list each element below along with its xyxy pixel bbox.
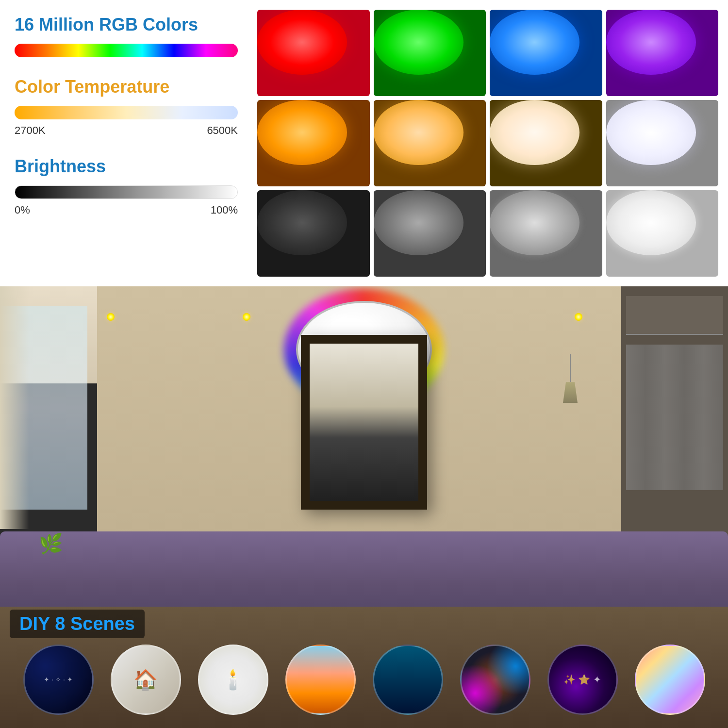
scene-abstract <box>635 645 705 715</box>
room-photo-section: 🌿 DIY 8 Scenes 🏠 🕯️ ✨ ⭐ ✦ <box>0 286 728 728</box>
light-cell-warm-amber <box>374 100 486 186</box>
closet-hanging-clothes <box>626 345 723 490</box>
color-temp-bar <box>15 106 238 119</box>
temp-max-label: 6500K <box>207 124 238 137</box>
wall-artwork <box>301 335 427 510</box>
light-cell-red <box>257 10 370 96</box>
light-cell-blue <box>490 10 602 96</box>
light-cell-medium <box>490 190 602 277</box>
temp-min-label: 2700K <box>15 124 46 137</box>
light-cell-dim-1 <box>257 190 370 277</box>
scene-night-sky <box>23 645 94 715</box>
brightness-title: Brightness <box>15 156 238 177</box>
scene-candles: 🕯️ <box>198 645 268 715</box>
scene-sunset <box>285 645 356 715</box>
left-panel: 16 Million RGB Colors Color Temperature … <box>0 0 252 286</box>
light-cell-neutral-white <box>490 100 602 186</box>
plant: 🌿 <box>39 534 58 573</box>
light-cell-dim-2 <box>374 190 486 277</box>
color-temp-title: Color Temperature <box>15 77 238 97</box>
light-cell-cool-white <box>606 100 719 186</box>
pendant-light <box>563 354 578 403</box>
pendant-cord <box>570 354 571 382</box>
light-cell-bright <box>606 190 719 277</box>
pendant-shade <box>563 382 578 403</box>
scenes-row: 🏠 🕯️ ✨ ⭐ ✦ <box>0 641 728 718</box>
recessed-light-2 <box>243 313 250 321</box>
brightness-min-label: 0% <box>15 204 30 216</box>
light-cell-purple <box>606 10 719 96</box>
closet-shelf <box>626 296 723 335</box>
left-curtain <box>0 286 29 529</box>
light-cell-warm-orange <box>257 100 370 186</box>
brightness-bar <box>15 185 238 199</box>
scene-underwater <box>373 645 443 715</box>
diy-scenes-text: DIY 8 Scenes <box>19 613 135 634</box>
scene-room-light: 🏠 <box>111 645 181 715</box>
light-color-grid <box>252 0 728 286</box>
diy-scenes-label: DIY 8 Scenes <box>10 610 145 638</box>
recessed-light-1 <box>107 313 115 321</box>
rgb-title: 16 Million RGB Colors <box>15 15 238 35</box>
light-cell-green <box>374 10 486 96</box>
rainbow-bar <box>15 44 238 57</box>
brightness-max-label: 100% <box>211 204 238 216</box>
scene-galaxy: ✨ ⭐ ✦ <box>547 645 618 715</box>
closet <box>621 286 728 568</box>
recessed-light-3 <box>575 313 582 321</box>
artwork-image <box>310 344 418 501</box>
scene-bokeh <box>460 645 530 715</box>
top-section: 16 Million RGB Colors Color Temperature … <box>0 0 728 286</box>
